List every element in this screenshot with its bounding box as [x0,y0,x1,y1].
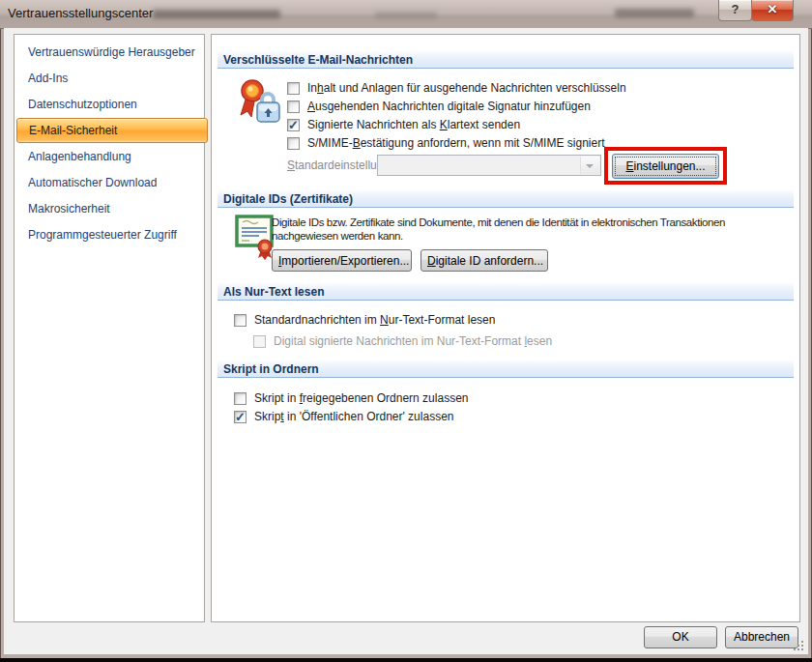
checkbox-label: Skript in 'Öffentlichen Ordner' zulassen [254,410,453,423]
sidebar-item-macro-security[interactable]: Makrosicherheit [16,199,210,218]
sidebar-item-programmatic-access[interactable]: Programmgesteuerter Zugriff [16,225,210,245]
window-title: Vertrauensstellungscenter [8,6,153,20]
checkbox-send-clear-text-signed[interactable]: ✓ Signierte Nachrichten als Klartext sen… [287,116,520,133]
checkbox-request-smime-receipt[interactable]: S/MIME-Bestätigung anfordern, wenn mit S… [287,134,604,152]
checkbox-box [234,392,246,405]
checkbox-allow-script-shared-folders[interactable]: Skript in freigegebenen Ordnern zulassen [234,389,468,407]
help-icon: ? [732,2,740,16]
section-header-script-in-folders: Skript in Ordnern [218,360,794,378]
import-export-button[interactable]: Importieren/Exportieren... [272,249,412,272]
checkbox-label: Signierte Nachrichten als Klartext sende… [307,118,520,131]
digital-ids-description-line2: nachgewiesen werden kann. [272,230,403,242]
default-setting-combobox [377,155,601,176]
checkbox-allow-script-public-folders[interactable]: ✓ Skript in 'Öffentlichen Ordner' zulass… [234,408,453,425]
sidebar-item-trusted-publishers[interactable]: Vertrauenswürdige Herausgeber [16,43,210,62]
help-button[interactable]: ? [718,0,752,21]
checkbox-box [253,335,266,348]
sidebar-item-privacy-options[interactable]: Datenschutzoptionen [16,95,210,114]
checkbox-add-digital-signature[interactable]: Ausgehenden Nachrichten digitale Signatu… [287,98,591,115]
checkbox-encrypt-outgoing[interactable]: Inhalt und Anlagen für ausgehende Nachri… [287,79,626,97]
checkbox-box [287,82,300,95]
nav-panel: Vertrauenswürdige Herausgeber Add-Ins Da… [14,34,205,622]
section-header-digital-ids: Digitale IDs (Zertifikate) [218,190,794,208]
redacted-text [153,10,280,18]
checkbox-label: Digital signierte Nachrichten im Nur-Tex… [274,334,552,348]
checkbox-label: Ausgehenden Nachrichten digitale Signatu… [307,100,591,113]
sidebar-item-automatic-download[interactable]: Automatischer Download [16,173,210,192]
checkbox-box [287,101,300,113]
section-title: Als Nur-Text lesen [223,285,324,299]
section-title: Verschlüsselte E-Mail-Nachrichten [223,53,413,67]
checkbox-box: ✓ [234,411,246,423]
sidebar-item-email-security[interactable]: E-Mail-Sicherheit [16,118,208,143]
checkbox-label: Inhalt und Anlagen für ausgehende Nachri… [307,81,626,95]
close-icon: ✕ [768,2,778,16]
mail-security-seal-lock-icon [236,78,284,130]
dropdown-arrow-icon [580,157,599,174]
checkbox-read-signed-plain-text: Digital signierte Nachrichten im Nur-Tex… [253,332,552,350]
checkbox-box [287,137,300,150]
checkbox-box: ✓ [287,119,300,131]
section-title: Digitale IDs (Zertifikate) [223,192,353,206]
redacted-text [615,9,694,17]
request-digital-id-button[interactable]: Digitale ID anfordern... [420,249,548,272]
checkbox-label: Skript in freigegebenen Ordnern zulassen [254,391,468,405]
section-title: Skript in Ordnern [223,362,319,376]
settings-button[interactable]: Einstellungen... [612,154,719,179]
checkbox-label: Standardnachrichten im Nur-Text-Format l… [254,313,495,327]
checkbox-label: S/MIME-Bestätigung anfordern, wenn mit S… [307,136,604,150]
redacted-text [375,12,437,18]
trust-center-dialog: Vertrauensstellungscenter ? ✕ Vertrauens… [0,0,812,662]
cancel-button[interactable]: Abbrechen [725,626,798,648]
titlebar[interactable]: Vertrauensstellungscenter ? ✕ [0,0,812,29]
close-button[interactable]: ✕ [751,0,794,21]
checkbox-read-plain-text[interactable]: Standardnachrichten im Nur-Text-Format l… [234,311,495,329]
screen-edge [0,658,812,662]
checkbox-box [234,314,246,327]
digital-ids-description-line1: Digitale IDs bzw. Zertifikate sind Dokum… [272,216,725,228]
sidebar-item-add-ins[interactable]: Add-Ins [16,69,210,88]
settings-panel: Verschlüsselte E-Mail-Nachrichten Inhalt… [211,34,800,622]
ok-button[interactable]: OK [644,626,717,648]
section-header-encrypted-mail: Verschlüsselte E-Mail-Nachrichten [218,51,794,69]
section-header-read-plain-text: Als Nur-Text lesen [218,283,794,301]
sidebar-item-attachment-handling[interactable]: Anlagenbehandlung [16,147,210,166]
resize-grip[interactable] [791,638,804,651]
